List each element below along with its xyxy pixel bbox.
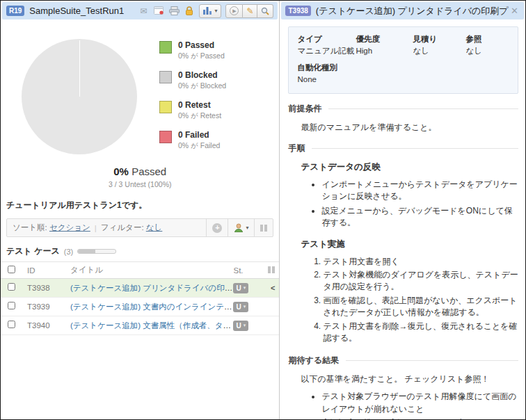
chevron-down-icon: ▾ <box>244 285 246 291</box>
step-item: 画面を確認し、表記上問題がないか、エクスポートされたデータが正しい情報かを確認す… <box>323 295 518 319</box>
legend-item-retest: 0 Retest 0% が Retest <box>159 100 226 121</box>
window-notification-icon[interactable] <box>153 6 164 16</box>
sort-label: ソート順: <box>13 223 47 233</box>
case-id: T3938 <box>27 284 70 292</box>
passed-swatch <box>159 41 172 54</box>
step-item: テスト用文書を開く <box>323 256 518 268</box>
estimate-label: 見積り <box>413 33 465 45</box>
step-bullet: 設定メニューから、デバッグモードをONにして保存する。 <box>321 205 518 229</box>
status-badge[interactable]: U▾ <box>233 321 248 331</box>
bar-chart-icon <box>203 7 212 15</box>
expected-section: 期待する結果 <box>288 355 518 366</box>
case-title-link[interactable]: (テストケース追加) 文書属性（作成者、タイトル、組織）を変更する <box>70 321 233 330</box>
table-row[interactable]: T3938 (テストケース追加) プリンタドライバの印刷プレビューと実際の出..… <box>1 279 279 298</box>
columns-button[interactable] <box>254 219 273 236</box>
table-header-row: ID タイトル St. <box>1 261 279 279</box>
test-detail-content: タイプ マニュアル記載 優先度 High 見積り なし 参照 なし <box>280 21 525 419</box>
select-all-checkbox[interactable] <box>8 266 15 273</box>
steps-subheading-2: テスト実施 <box>301 239 518 250</box>
blocked-sub: 0% が Blocked <box>178 81 226 91</box>
blocked-swatch <box>159 71 172 83</box>
chevron-down-icon: ▾ <box>246 225 248 231</box>
preconditions-section: 前提条件 <box>288 103 518 115</box>
case-id: T3940 <box>27 321 70 330</box>
table-row[interactable]: T3939 (テストケース追加) 文書内のインラインテーブルに番号付きリスト..… <box>1 298 279 316</box>
columns-icon <box>260 225 267 232</box>
meta-row-2: 自動化種別 None <box>297 62 509 86</box>
case-id: T3939 <box>27 302 70 311</box>
chevron-down-icon: ▾ <box>244 323 246 328</box>
legend-item-passed: 0 Passed 0% が Passed <box>159 40 226 61</box>
retest-count: 0 Retest <box>178 100 221 110</box>
priority-label: 優先度 <box>356 33 413 45</box>
summary-detail: 3 / 3 Untest (100%) <box>1 180 279 188</box>
step-item: テスト用文書を削除→復元し、復元されることを確認する。 <box>323 321 518 345</box>
cases-heading: テスト ケース <box>6 245 60 257</box>
passed-sub: 0% が Passed <box>178 51 225 61</box>
table-row[interactable]: T3940 (テストケース追加) 文書属性（作成者、タイトル、組織）を変更する … <box>1 316 279 335</box>
references-value: なし <box>465 45 482 57</box>
edit-button[interactable]: ✎ <box>243 4 257 18</box>
lock-icon[interactable] <box>184 6 195 16</box>
expected-bullet: 言語設定に準じた言語でメニューが表示されること <box>321 417 518 419</box>
row-checkbox[interactable] <box>8 283 15 291</box>
person-icon <box>234 223 244 232</box>
summary-label: Passed <box>132 165 166 177</box>
row-checkbox[interactable] <box>8 321 15 328</box>
chart-menu-button[interactable]: ▾ <box>199 4 221 18</box>
cases-mini-progress <box>77 249 116 254</box>
case-title-link[interactable]: (テストケース追加) 文書内のインラインテーブルに番号付きリスト... <box>70 302 233 311</box>
search-button[interactable] <box>257 4 273 18</box>
todo-button[interactable]: ▶ <box>225 4 243 18</box>
plus-circle-icon: + <box>212 223 222 233</box>
failed-sub: 0% が Failed <box>178 141 220 151</box>
columns-icon[interactable] <box>268 266 275 273</box>
assignee-filter-button[interactable]: ▾ <box>228 219 254 236</box>
status-chart: 0 Passed 0% が Passed 0 Blocked 0% が Bloc… <box>1 21 279 154</box>
expected-bullet: テスト対象ブラウザーのテスト用解像度にて画面のレイアウトが崩れないこと <box>321 391 518 415</box>
close-icon[interactable]: ✕ <box>509 6 520 16</box>
preconditions-heading: 前提条件 <box>288 103 321 115</box>
chart-legend: 0 Passed 0% が Passed 0 Blocked 0% が Bloc… <box>159 40 226 154</box>
priority-value: High <box>356 45 413 57</box>
automation-value: None <box>297 74 337 86</box>
passed-count: 0 Passed <box>178 40 225 50</box>
sort-value-link[interactable]: セクション <box>49 223 90 233</box>
test-meta-box: タイプ マニュアル記載 優先度 High 見積り なし 参照 なし <box>288 26 518 94</box>
cases-heading-row: テスト ケース (3) <box>6 245 273 257</box>
run-toolbar-group: ▶ ✎ <box>225 4 273 18</box>
step-bullet: インポートメニューからテストデータをアプリケーションに反映させる。 <box>321 179 518 203</box>
status-badge[interactable]: U▾ <box>233 302 248 312</box>
legend-item-blocked: 0 Blocked 0% が Blocked <box>159 70 226 91</box>
test-case-table: ID タイトル St. T3938 (テストケース追加) プリンタドライバの印刷… <box>1 261 279 335</box>
step-item: テスト対象機能のダイアログを表示し、テストデータ用の設定を行う。 <box>323 269 518 293</box>
chevron-down-icon: ▾ <box>214 8 217 14</box>
sortbar-actions: + ▾ <box>206 219 273 236</box>
failed-count: 0 Failed <box>178 130 220 140</box>
automation-label: 自動化種別 <box>297 62 337 74</box>
col-id[interactable]: ID <box>27 266 70 275</box>
add-filter-button[interactable]: + <box>206 219 228 236</box>
selected-row-chevron: < <box>264 284 275 292</box>
status-badge[interactable]: U▾ <box>233 283 248 293</box>
run-description: チュートリアル用テストラン1です。 <box>6 200 273 211</box>
section-rule <box>328 108 518 109</box>
summary-percent: 0% <box>113 165 129 177</box>
status-pie-chart <box>22 39 137 154</box>
filter-value-link[interactable]: なし <box>146 223 163 233</box>
printer-icon[interactable] <box>168 6 180 16</box>
retest-swatch <box>159 101 172 113</box>
col-title[interactable]: タイトル <box>70 265 233 275</box>
col-status[interactable]: St. <box>233 266 264 275</box>
email-icon[interactable]: ✉ <box>138 6 149 16</box>
retest-sub: 0% が Retest <box>178 111 221 121</box>
test-title: (テストケース追加) プリンタドライバの印刷プレ... <box>316 5 509 17</box>
case-title-link[interactable]: (テストケース追加) プリンタドライバの印刷プレビューと実際の出... <box>70 284 233 292</box>
steps-numbered-list: テスト用文書を開く テスト対象機能のダイアログを表示し、テストデータ用の設定を行… <box>323 256 518 346</box>
meta-row-1: タイプ マニュアル記載 優先度 High 見積り なし 参照 なし <box>297 33 509 58</box>
run-title: SampleSuite_TestRun1 <box>29 6 124 16</box>
filter-label: フィルター: <box>101 223 144 233</box>
run-panel: R19 SampleSuite_TestRun1 ✉ ▾ ▶ <box>1 1 280 419</box>
row-checkbox[interactable] <box>8 302 15 309</box>
magnifier-icon <box>261 7 269 15</box>
